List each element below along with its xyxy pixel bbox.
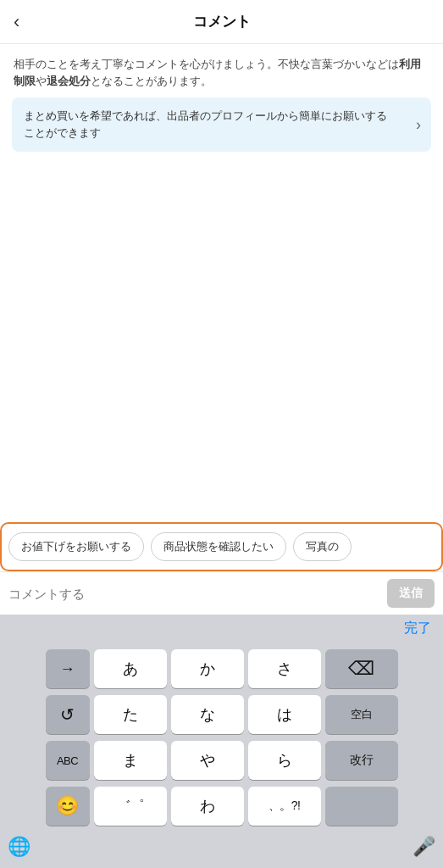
bottom-section: お値下げをお願いする 商品状態を確認したい 写真の 送信 完了 → あ か さ … xyxy=(0,522,443,868)
notice-text-part3: となることがあります。 xyxy=(91,75,212,87)
kb-key-arrow[interactable]: → xyxy=(46,649,90,688)
kb-key-undo[interactable]: ↺ xyxy=(46,695,90,734)
kb-row-3: ABC ま や ら 改行 xyxy=(3,741,440,780)
kb-key-ra[interactable]: ら xyxy=(248,741,321,780)
notice-text: 相手のことを考え丁寧なコメントを心がけましょう。不快な言葉づかいなどは利用制限や… xyxy=(0,44,443,97)
page-title: コメント xyxy=(193,12,251,31)
chip-3[interactable]: 写真の xyxy=(293,532,352,561)
kb-row-2: ↺ た な は 空白 xyxy=(3,695,440,734)
input-row: 送信 xyxy=(0,571,443,615)
comment-input[interactable] xyxy=(8,587,380,601)
back-button[interactable]: ‹ xyxy=(14,11,19,33)
kb-key-dakuten[interactable]: ゛゜ xyxy=(94,787,167,826)
kb-key-ma[interactable]: ま xyxy=(94,741,167,780)
kb-row-4: 😊 ゛゜ わ 、。?! xyxy=(3,787,440,826)
mic-icon[interactable]: 🎤 xyxy=(413,836,435,858)
kb-key-na[interactable]: な xyxy=(171,695,244,734)
quick-reply-chips: お値下げをお願いする 商品状態を確認したい 写真の xyxy=(0,522,443,571)
kb-key-delete[interactable]: ⌫ xyxy=(325,649,398,688)
notice-text-part2: や xyxy=(36,75,47,87)
info-banner[interactable]: まとめ買いを希望であれば、出品者のプロフィールから簡単にお願いすることができます… xyxy=(12,97,431,152)
kb-key-abc[interactable]: ABC xyxy=(46,741,90,780)
kb-key-punct[interactable]: 、。?! xyxy=(248,787,321,826)
notice-text-part1: 相手のことを考え丁寧なコメントを心がけましょう。不快な言葉づかいなどは xyxy=(14,58,399,70)
chip-1[interactable]: お値下げをお願いする xyxy=(8,532,144,561)
kanryou-bar: 完了 xyxy=(0,615,443,643)
kb-key-ta[interactable]: た xyxy=(94,695,167,734)
info-banner-text: まとめ買いを希望であれば、出品者のプロフィールから簡単にお願いすることができます xyxy=(24,108,397,142)
kb-key-ha[interactable]: は xyxy=(248,695,321,734)
kb-key-sa[interactable]: さ xyxy=(248,649,321,688)
keyboard: → あ か さ ⌫ ↺ た な は 空白 ABC ま や ら 改行 😊 ゛゜ わ… xyxy=(0,643,443,868)
content-area xyxy=(0,162,443,298)
kb-key-enter[interactable]: 改行 xyxy=(325,741,398,780)
kanryou-button[interactable]: 完了 xyxy=(404,620,431,637)
kb-key-empty xyxy=(325,787,398,826)
kb-row-1: → あ か さ ⌫ xyxy=(3,649,440,688)
kb-key-a[interactable]: あ xyxy=(94,649,167,688)
kb-key-space[interactable]: 空白 xyxy=(325,695,398,734)
kb-key-ya[interactable]: や xyxy=(171,741,244,780)
chip-2[interactable]: 商品状態を確認したい xyxy=(151,532,286,561)
send-button[interactable]: 送信 xyxy=(387,579,435,608)
header: ‹ コメント xyxy=(0,0,443,44)
kb-key-ka[interactable]: か xyxy=(171,649,244,688)
kb-key-emoji[interactable]: 😊 xyxy=(46,787,90,826)
kb-key-wa[interactable]: わ xyxy=(171,787,244,826)
chevron-right-icon: › xyxy=(416,116,421,134)
globe-icon[interactable]: 🌐 xyxy=(8,836,30,858)
notice-bold2: 退会処分 xyxy=(47,75,91,87)
kb-bottom-bar: 🌐 🎤 xyxy=(3,832,440,865)
